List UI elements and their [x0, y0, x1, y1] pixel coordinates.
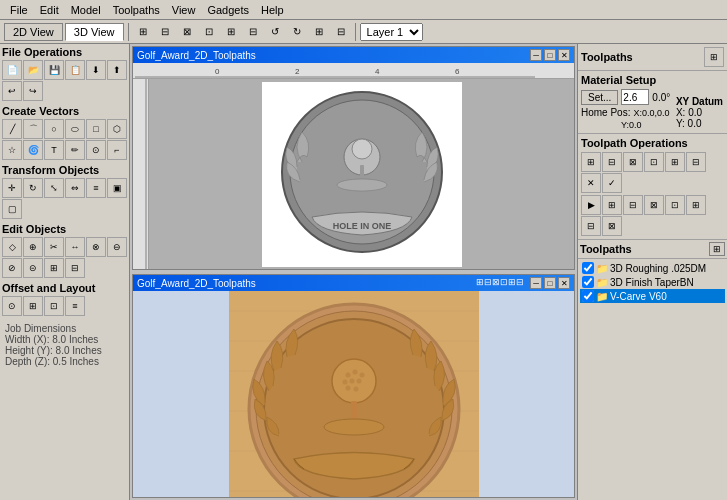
menu-file[interactable]: File	[4, 2, 34, 18]
tool-poly[interactable]: ⬡	[107, 119, 127, 139]
tp-btn-11[interactable]: ⊟	[623, 195, 643, 215]
tb-icon-2[interactable]: ⊟	[155, 22, 175, 42]
menu-view[interactable]: View	[166, 2, 202, 18]
tool-star[interactable]: ☆	[2, 140, 22, 160]
layer-selector[interactable]: Layer 1	[360, 23, 423, 41]
tb-icon-1[interactable]: ⊞	[133, 22, 153, 42]
tool-open[interactable]: 📂	[23, 60, 43, 80]
toolpaths-expand-btn[interactable]: ⊞	[704, 47, 724, 67]
tree-item-roughing[interactable]: 📁 3D Roughing .025DM	[580, 261, 725, 275]
tool-rect[interactable]: □	[86, 119, 106, 139]
tree-check-vcarve[interactable]	[582, 290, 594, 302]
tool-move[interactable]: ✛	[2, 178, 22, 198]
tab-3d-view[interactable]: 3D View	[65, 23, 124, 41]
tool-spiral[interactable]: 🌀	[23, 140, 43, 160]
tp-btn-2[interactable]: ⊟	[602, 152, 622, 172]
tool-extend[interactable]: ↔	[65, 237, 85, 257]
tool-subtract[interactable]: ⊖	[107, 237, 127, 257]
viewport-2d-maximize[interactable]: □	[544, 49, 556, 61]
tool-group[interactable]: ▣	[107, 178, 127, 198]
toolpath-ops-buttons: ⊞ ⊟ ⊠ ⊡ ⊞ ⊟ ✕ ✓	[581, 152, 724, 193]
tool-export[interactable]: ⬆	[107, 60, 127, 80]
viewport-3d-maximize[interactable]: □	[544, 277, 556, 289]
tool-line[interactable]: ╱	[2, 119, 22, 139]
viewport-3d-minimize[interactable]: ─	[530, 277, 542, 289]
canvas-2d[interactable]: HOLE IN ONE	[149, 79, 574, 269]
tool-mirror[interactable]: ⇔	[65, 178, 85, 198]
tp-btn-14[interactable]: ⊞	[686, 195, 706, 215]
tool-join[interactable]: ⊕	[23, 237, 43, 257]
tp-btn-5[interactable]: ⊞	[665, 152, 685, 172]
tb-icon-7[interactable]: ↺	[265, 22, 285, 42]
menu-model[interactable]: Model	[65, 2, 107, 18]
tp-btn-6[interactable]: ⊟	[686, 152, 706, 172]
tool-fillet[interactable]: ⌐	[107, 140, 127, 160]
tool-undo[interactable]: ↩	[2, 81, 22, 101]
tool-node[interactable]: ◇	[2, 237, 22, 257]
tool-arc[interactable]: ⌒	[23, 119, 43, 139]
tool-text[interactable]: T	[44, 140, 64, 160]
tp-btn-7[interactable]: ✕	[581, 173, 601, 193]
tb-icon-6[interactable]: ⊟	[243, 22, 263, 42]
tb-icon-4[interactable]: ⊡	[199, 22, 219, 42]
menu-bar: File Edit Model Toolpaths View Gadgets H…	[0, 0, 727, 20]
tool-rotate[interactable]: ↻	[23, 178, 43, 198]
tool-ungroup[interactable]: ▢	[2, 199, 22, 219]
tp-btn-4[interactable]: ⊡	[644, 152, 664, 172]
tree-check-finish[interactable]	[582, 276, 594, 288]
tool-trim[interactable]: ✂	[44, 237, 64, 257]
tb-icon-8[interactable]: ↻	[287, 22, 307, 42]
menu-edit[interactable]: Edit	[34, 2, 65, 18]
tool-slice[interactable]: ⊝	[23, 258, 43, 278]
tb-icon-10[interactable]: ⊟	[331, 22, 351, 42]
viewport-2d-close[interactable]: ✕	[558, 49, 570, 61]
tree-item-vcarve[interactable]: 📁 V-Carve V60	[580, 289, 725, 303]
tb-icon-3[interactable]: ⊠	[177, 22, 197, 42]
viewport-3d: Golf_Award_2D_Toolpaths ⊞⊟⊠⊡⊞⊟ ─ □ ✕	[132, 274, 575, 498]
viewport-3d-close[interactable]: ✕	[558, 277, 570, 289]
tab-2d-view[interactable]: 2D View	[4, 23, 63, 41]
tp-btn-13[interactable]: ⊡	[665, 195, 685, 215]
tool-redo[interactable]: ↪	[23, 81, 43, 101]
menu-toolpaths[interactable]: Toolpaths	[107, 2, 166, 18]
tp-btn-1[interactable]: ⊞	[581, 152, 601, 172]
menu-gadgets[interactable]: Gadgets	[201, 2, 255, 18]
tool-saveas[interactable]: 📋	[65, 60, 85, 80]
tp-btn-10[interactable]: ⊞	[602, 195, 622, 215]
material-thickness-input[interactable]	[621, 89, 649, 105]
tb-icon-5[interactable]: ⊞	[221, 22, 241, 42]
tp-btn-8[interactable]: ✓	[602, 173, 622, 193]
tp-btn-15[interactable]: ⊟	[581, 216, 601, 236]
tool-distort[interactable]: ⊟	[65, 258, 85, 278]
tool-offset2[interactable]: ⊙	[2, 296, 22, 316]
tool-nesting[interactable]: ⊞	[23, 296, 43, 316]
golf-2d-svg: HOLE IN ONE	[272, 87, 452, 262]
tool-save[interactable]: 💾	[44, 60, 64, 80]
tool-copies[interactable]: ⊡	[44, 296, 64, 316]
toolpaths-tree-expand[interactable]: ⊞	[709, 242, 725, 256]
tool-align[interactable]: ≡	[86, 178, 106, 198]
tool-array[interactable]: ⊞	[44, 258, 64, 278]
canvas-3d[interactable]	[133, 291, 574, 498]
toolpaths-tree[interactable]: 📁 3D Roughing .025DM 📁 3D Finish TaperBN…	[578, 259, 727, 500]
tool-circle[interactable]: ○	[44, 119, 64, 139]
tool-offset[interactable]: ⊙	[86, 140, 106, 160]
tool-new[interactable]: 📄	[2, 60, 22, 80]
tp-btn-12[interactable]: ⊠	[644, 195, 664, 215]
tool-weld[interactable]: ⊗	[86, 237, 106, 257]
tool-intersect[interactable]: ⊘	[2, 258, 22, 278]
tree-check-roughing[interactable]	[582, 262, 594, 274]
tool-ellipse[interactable]: ⬭	[65, 119, 85, 139]
viewport-2d-minimize[interactable]: ─	[530, 49, 542, 61]
material-set-button[interactable]: Set...	[581, 90, 618, 105]
tp-btn-3[interactable]: ⊠	[623, 152, 643, 172]
tool-bezier[interactable]: ✏	[65, 140, 85, 160]
tool-import[interactable]: ⬇	[86, 60, 106, 80]
tp-btn-16[interactable]: ⊠	[602, 216, 622, 236]
tool-scale[interactable]: ⤡	[44, 178, 64, 198]
tp-btn-9[interactable]: ▶	[581, 195, 601, 215]
tree-item-finish[interactable]: 📁 3D Finish TaperBN	[580, 275, 725, 289]
menu-help[interactable]: Help	[255, 2, 290, 18]
tb-icon-9[interactable]: ⊞	[309, 22, 329, 42]
tool-align2[interactable]: ≡	[65, 296, 85, 316]
